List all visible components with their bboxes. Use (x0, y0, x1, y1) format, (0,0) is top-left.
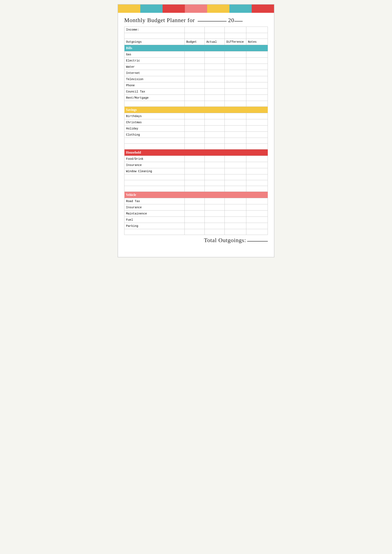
item-electric: Electric (124, 57, 185, 64)
total-outgoings-label: Total Outgoings: (204, 237, 268, 243)
col-header-notes: Notes (246, 39, 268, 45)
table-row: Birthdays (124, 113, 268, 119)
col-header-budget: Budget (184, 39, 204, 45)
item-internet: Internet (124, 70, 185, 76)
item-council-tax: Council Tax (124, 89, 185, 95)
item-birthdays: Birthdays (124, 113, 185, 119)
income-notes (246, 27, 268, 33)
title-month-line (198, 21, 227, 21)
income-row: Income: (124, 27, 268, 33)
item-holiday: Holiday (124, 126, 185, 132)
item-rent: Rent/Mortgage (124, 95, 185, 101)
item-phone: Phone (124, 82, 185, 89)
category-savings-header: Savings (124, 107, 268, 113)
table-row: Insurance (124, 204, 268, 211)
category-bills-header: Bills (124, 45, 268, 51)
page-title: Monthly Budget Planner for 20 (124, 17, 243, 23)
spacer-row (124, 138, 268, 144)
category-vehicle-header: Vehicle (124, 192, 268, 198)
header-row: Outgoings Budget Actual Difference Notes (124, 39, 268, 45)
item-fuel: Fuel (124, 217, 185, 223)
budget-table: Income: Outgoings Budget Actual Differen… (124, 27, 268, 235)
item-food-drink: Food/Drink (124, 156, 185, 162)
color-block-4 (185, 5, 207, 13)
spacer-row (124, 101, 268, 107)
spacer-row (124, 33, 268, 39)
table-row: Fuel (124, 217, 268, 223)
table-row: Parking (124, 223, 268, 229)
item-christmas: Christmas (124, 119, 185, 126)
table-row: Television (124, 76, 268, 82)
household-label: Household (124, 149, 268, 156)
table-row: Maintainence (124, 211, 268, 217)
spacer-row (124, 144, 268, 149)
top-color-bar (118, 5, 274, 13)
table-row: Window Cleaning (124, 168, 268, 174)
col-header-actual: Actual (205, 39, 225, 45)
color-block-7 (252, 5, 274, 13)
item-television: Television (124, 76, 185, 82)
table-row: Christmas (124, 119, 268, 126)
spacer-row (124, 186, 268, 192)
bills-label: Bills (124, 45, 268, 51)
color-block-1 (118, 5, 140, 13)
item-maintainence: Maintainence (124, 211, 185, 217)
item-insurance-household: Insurance (124, 162, 185, 168)
table-row: Rent/Mortgage (124, 95, 268, 101)
table-row: Road Tax (124, 198, 268, 204)
table-row: Electric (124, 57, 268, 64)
title-area: Monthly Budget Planner for 20 (118, 13, 274, 27)
item-insurance-vehicle: Insurance (124, 204, 185, 211)
spacer-row (124, 174, 268, 180)
color-block-5 (207, 5, 229, 13)
table-row: Food/Drink (124, 156, 268, 162)
item-water: Water (124, 64, 185, 70)
table-row: Council Tax (124, 89, 268, 95)
spacer-row (124, 180, 268, 186)
table-row: Clothing (124, 132, 268, 138)
color-block-3 (163, 5, 185, 13)
item-gas: Gas (124, 51, 185, 57)
table-row: Holiday (124, 126, 268, 132)
title-year-line (234, 21, 243, 21)
total-outgoings-area: Total Outgoings: (118, 235, 274, 247)
bottom-color-bar (118, 249, 274, 257)
income-actual (205, 27, 225, 33)
item-road-tax: Road Tax (124, 198, 185, 204)
category-household-header: Household (124, 149, 268, 156)
col-header-difference: Difference (225, 39, 246, 45)
item-clothing: Clothing (124, 132, 185, 138)
total-amount-line (247, 241, 268, 241)
color-block-6 (229, 5, 252, 13)
table-row: Gas (124, 51, 268, 57)
table-row: Insurance (124, 162, 268, 168)
savings-label: Savings (124, 107, 268, 113)
color-block-2 (140, 5, 163, 13)
item-window-cleaning: Window Cleaning (124, 168, 185, 174)
income-diff (225, 27, 246, 33)
col-header-outgoings: Outgoings (124, 39, 185, 45)
income-label: Income: (124, 27, 185, 33)
vehicle-label: Vehicle (124, 192, 268, 198)
table-row: Internet (124, 70, 268, 76)
item-parking: Parking (124, 223, 185, 229)
table-row: Phone (124, 82, 268, 89)
income-budget (184, 27, 204, 33)
spacer-row (124, 229, 268, 235)
table-row: Water (124, 64, 268, 70)
budget-planner-page: Monthly Budget Planner for 20 Income: Ou… (118, 4, 274, 257)
